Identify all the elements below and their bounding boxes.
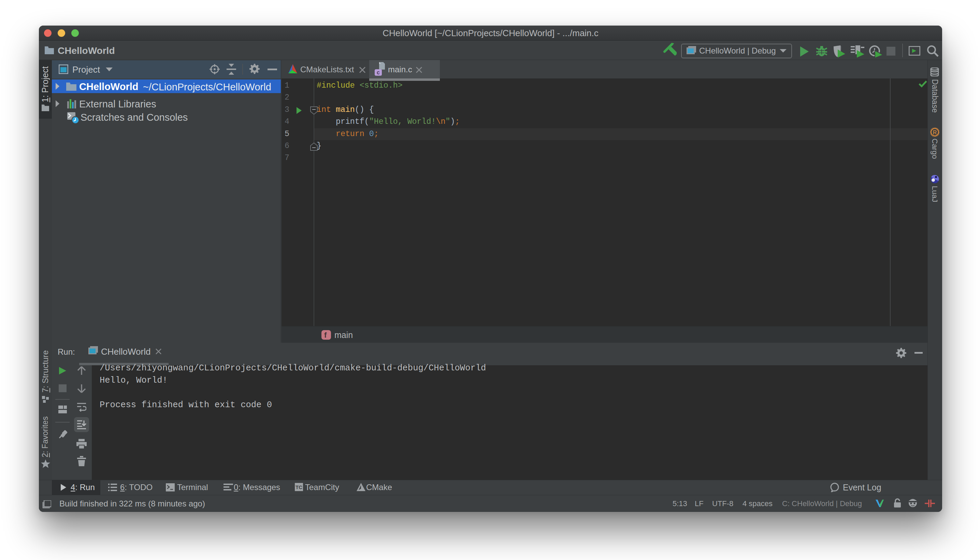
svg-text:R: R	[933, 130, 937, 135]
svg-text:c: c	[377, 70, 380, 75]
svg-text:TC: TC	[296, 484, 302, 490]
